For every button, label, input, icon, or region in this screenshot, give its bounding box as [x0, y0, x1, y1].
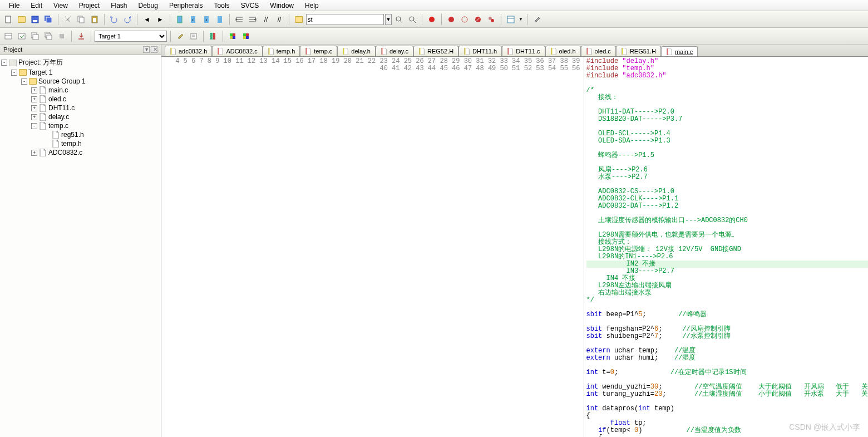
menu-file[interactable]: File	[3, 1, 25, 11]
breakpoint-insert-button[interactable]	[445, 13, 457, 26]
pack-install-button[interactable]	[240, 30, 252, 42]
tree-file[interactable]: temp.h	[1, 139, 160, 148]
svg-point-21	[462, 17, 467, 22]
editor-tab[interactable]: REG52.H	[413, 46, 458, 56]
code-editor[interactable]: 4 5 6 7 8 9 10 11 12 13 14 15 16 17 18 1…	[161, 57, 868, 437]
editor-tab[interactable]: oled.c	[581, 46, 616, 56]
svg-rect-63	[667, 48, 668, 55]
indent-button[interactable]	[233, 13, 245, 26]
open-file-button[interactable]	[16, 13, 28, 26]
window-layout-dropdown[interactable]: ▼	[518, 17, 524, 22]
tree-target[interactable]: - Target 1	[1, 68, 160, 77]
menu-flash[interactable]: Flash	[105, 1, 132, 11]
tree-file[interactable]: + DHT11.c	[1, 104, 160, 112]
editor-tab[interactable]: REG51.H	[616, 46, 661, 56]
menu-view[interactable]: View	[48, 1, 73, 11]
find-icon[interactable]	[293, 13, 305, 26]
tree-file[interactable]: + oled.c	[1, 95, 160, 104]
build-button[interactable]	[16, 30, 28, 42]
menu-svcs[interactable]: SVCS	[235, 1, 265, 11]
svg-rect-41	[213, 33, 215, 40]
redo-button[interactable]	[121, 13, 134, 26]
menu-debug[interactable]: Debug	[133, 1, 164, 11]
tree-file[interactable]: + main.c	[1, 86, 160, 95]
clear-bookmark-button[interactable]	[214, 13, 226, 26]
menu-project[interactable]: Project	[73, 1, 105, 11]
svg-rect-28	[5, 33, 12, 39]
project-tree[interactable]: - Project: 万年历- Target 1- Source Group 1…	[0, 55, 161, 437]
find-next-button[interactable]	[393, 13, 405, 26]
editor-tab[interactable]: temp.h	[263, 46, 300, 56]
uncomment-button[interactable]: //	[273, 13, 285, 26]
svg-rect-54	[306, 48, 307, 55]
svg-rect-58	[465, 48, 466, 55]
undo-button[interactable]	[108, 13, 120, 26]
new-file-button[interactable]	[2, 13, 14, 26]
editor-tab[interactable]: delay.h	[337, 46, 376, 56]
svg-rect-42	[230, 33, 233, 36]
menu-help[interactable]: Help	[299, 1, 324, 11]
bookmark-button[interactable]	[174, 13, 186, 26]
save-all-button[interactable]	[42, 13, 55, 26]
tree-file[interactable]: - temp.c	[1, 121, 160, 130]
breakpoint-disable-button[interactable]	[458, 13, 471, 26]
menu-tools[interactable]: Tools	[209, 1, 235, 11]
code-content[interactable]: #include "delay.h" #include "temp.h" #in…	[584, 57, 868, 437]
editor-tab[interactable]: DHT11.c	[502, 46, 545, 56]
editor-tab-strip: adc0832.hADC0832.ctemp.htemp.cdelay.hdel…	[161, 45, 868, 57]
breakpoint-kill-button[interactable]	[472, 13, 484, 26]
tree-file[interactable]: + delay.c	[1, 112, 160, 121]
unindent-button[interactable]	[246, 13, 259, 26]
svg-rect-0	[6, 16, 11, 23]
svg-point-19	[429, 17, 435, 22]
tree-file[interactable]: + ADC0832.c	[1, 148, 160, 157]
paste-button[interactable]	[88, 13, 101, 26]
target-select[interactable]: Target 1	[95, 31, 167, 42]
options-button[interactable]	[174, 30, 186, 42]
menu-edit[interactable]: Edit	[25, 1, 48, 11]
translate-button[interactable]	[2, 30, 14, 42]
panel-close-button[interactable]: ✕	[151, 46, 157, 53]
svg-rect-60	[551, 48, 552, 55]
editor-tab[interactable]: adc0832.h	[165, 46, 212, 56]
pack-button[interactable]	[226, 30, 239, 42]
menu-window[interactable]: Window	[264, 1, 299, 11]
search-input[interactable]	[306, 14, 384, 25]
svg-rect-53	[268, 48, 269, 55]
svg-line-16	[400, 21, 402, 23]
editor-tab[interactable]: delay.c	[376, 46, 413, 56]
editor-tab[interactable]: oled.h	[545, 46, 581, 56]
nav-back-button[interactable]: ◄	[141, 13, 153, 26]
svg-rect-62	[622, 48, 623, 55]
file-ext-button[interactable]	[188, 30, 200, 42]
manage-books-button[interactable]	[207, 30, 219, 42]
debug-button[interactable]	[426, 13, 438, 26]
menu-peripherals[interactable]: Peripherals	[164, 1, 209, 11]
panel-pin-button[interactable]: ▾	[143, 46, 150, 53]
editor-tab[interactable]: main.c	[661, 46, 698, 57]
cut-button[interactable]	[62, 13, 74, 26]
copy-button[interactable]	[75, 13, 87, 26]
tree-group[interactable]: - Source Group 1	[1, 77, 160, 86]
tree-file[interactable]: reg51.h	[1, 130, 160, 139]
nav-forward-button[interactable]: ►	[154, 13, 166, 26]
batch-build-button[interactable]	[42, 30, 55, 42]
comment-button[interactable]: //	[260, 13, 272, 26]
editor-tab[interactable]: temp.c	[300, 46, 337, 56]
configure-button[interactable]	[531, 13, 543, 26]
editor-tab[interactable]: ADC0832.c	[212, 46, 262, 56]
next-bookmark-button[interactable]: ›	[200, 13, 213, 26]
download-button[interactable]	[75, 30, 87, 42]
find-in-files-button[interactable]	[406, 13, 418, 26]
save-button[interactable]	[29, 13, 41, 26]
editor-tab[interactable]: DHT11.h	[458, 46, 502, 56]
window-layout-button[interactable]	[505, 13, 517, 26]
svg-rect-59	[508, 48, 509, 55]
tree-root[interactable]: - Project: 万年历	[1, 57, 160, 68]
stop-build-button[interactable]	[56, 30, 68, 42]
svg-rect-48	[243, 36, 246, 39]
search-dropdown-button[interactable]: ▼	[385, 14, 392, 25]
prev-bookmark-button[interactable]: ‹	[187, 13, 199, 26]
breakpoint-window-button[interactable]	[485, 13, 497, 26]
rebuild-button[interactable]	[29, 30, 41, 42]
